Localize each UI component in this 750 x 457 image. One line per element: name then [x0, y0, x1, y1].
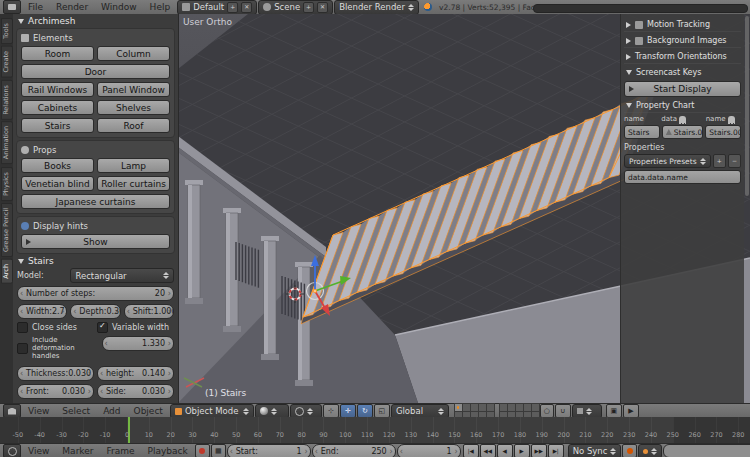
menu-help[interactable]: Help: [144, 2, 177, 12]
books-button[interactable]: Books: [21, 158, 94, 173]
section-transform-orientations[interactable]: Transform Orientations: [624, 50, 741, 64]
snap-magnet-button[interactable]: ∪: [555, 404, 571, 418]
tool-shelf-tab-relations[interactable]: Relations: [1, 80, 13, 120]
handle-factor-slider[interactable]: 1.330: [102, 336, 174, 351]
autokey-record-button[interactable]: [195, 444, 210, 457]
height-slider[interactable]: height:0.140: [97, 366, 174, 381]
keying-options-button[interactable]: ▦: [211, 444, 226, 457]
close-layout-button[interactable]: ✕: [241, 2, 252, 13]
sync-dropdown[interactable]: No Sync: [568, 444, 622, 457]
deformation-handles-checkbox[interactable]: Include deformation handles: [17, 336, 99, 360]
prev-keyframe-button[interactable]: ◀◀: [480, 444, 496, 457]
lamp-button[interactable]: Lamp: [97, 158, 170, 173]
keying-set-dropdown[interactable]: [638, 444, 662, 457]
timeline-canvas[interactable]: -50-40-30-20-100102030405060708090100110…: [0, 417, 750, 443]
tool-shelf-tab-grease-pencil[interactable]: Grease Pencil: [1, 203, 13, 257]
play-reverse-button[interactable]: ◀: [497, 444, 513, 457]
menu-window[interactable]: Window: [95, 2, 143, 12]
chart-name-field[interactable]: Stairs: [624, 125, 660, 139]
panel-header-stairs[interactable]: Stairs: [16, 256, 175, 266]
depth-slider[interactable]: Depth:0.300: [70, 304, 120, 319]
menu-add[interactable]: Add: [97, 406, 126, 416]
cabinets-button[interactable]: Cabinets: [21, 100, 94, 115]
menu-file[interactable]: File: [22, 2, 49, 12]
chart-data-field[interactable]: Stairs.002: [662, 125, 703, 139]
room-button[interactable]: Room: [21, 46, 94, 61]
render-engine-dropdown[interactable]: Blender Render: [334, 0, 419, 15]
record-button[interactable]: [622, 444, 637, 457]
column-button[interactable]: Column: [97, 46, 170, 61]
front-slider[interactable]: Front:0.030: [17, 384, 94, 399]
next-keyframe-button[interactable]: ▶▶: [531, 444, 547, 457]
editor-type-3dview-button[interactable]: [3, 404, 21, 418]
section-motion-tracking[interactable]: Motion Tracking: [624, 18, 741, 32]
close-scene-button[interactable]: ✕: [317, 2, 328, 13]
preset-remove-button[interactable]: −: [728, 154, 741, 168]
properties-presets-dropdown[interactable]: Properties Presets: [624, 154, 711, 168]
japanese-curtains-button[interactable]: Japanese curtains: [21, 194, 170, 209]
add-layout-button[interactable]: +: [227, 2, 238, 13]
stairs-button[interactable]: Stairs: [21, 118, 94, 133]
panel-header-archimesh[interactable]: Archimesh: [16, 16, 175, 26]
add-scene-button[interactable]: +: [303, 2, 314, 13]
panel-window-button[interactable]: Panel Window: [97, 82, 170, 97]
menu-object[interactable]: Object: [128, 406, 169, 416]
shelves-button[interactable]: Shelves: [97, 100, 170, 115]
info-scrollbar[interactable]: [533, 4, 748, 13]
scale-manipulator-button[interactable]: ◱: [374, 404, 390, 418]
show-hints-button[interactable]: Show: [21, 234, 170, 249]
tool-shelf-tab-animation[interactable]: Animation: [1, 121, 13, 164]
render-opengl-button[interactable]: ▣: [606, 404, 622, 418]
section-background-images[interactable]: Background Images: [624, 34, 741, 48]
shift-slider[interactable]: Shift:1.000: [124, 304, 174, 319]
ghost-icon[interactable]: [679, 116, 686, 123]
frame-start-field[interactable]: Start:1: [227, 444, 311, 457]
roof-button[interactable]: Roof: [97, 118, 170, 133]
region-scrollbar[interactable]: [745, 16, 749, 196]
side-slider[interactable]: Side:0.030: [97, 384, 174, 399]
jump-to-end-button[interactable]: ▶|: [548, 444, 564, 457]
menu-tl-playback[interactable]: Playback: [142, 446, 194, 456]
door-button[interactable]: Door: [21, 64, 170, 79]
menu-select[interactable]: Select: [56, 406, 96, 416]
menu-tl-frame[interactable]: Frame: [100, 446, 140, 456]
screen-layout-selector[interactable]: Default + ✕: [177, 0, 257, 15]
rotate-manipulator-button[interactable]: ↻: [357, 404, 373, 418]
preset-add-button[interactable]: +: [713, 154, 726, 168]
menu-render[interactable]: Render: [50, 2, 94, 12]
scene-selector[interactable]: Scene + ✕: [258, 0, 333, 15]
tool-shelf-tab-physics[interactable]: Physics: [1, 167, 13, 201]
jump-to-start-button[interactable]: |◀: [463, 444, 479, 457]
section-property-chart[interactable]: Property Chart: [624, 99, 741, 113]
menu-tl-marker[interactable]: Marker: [56, 446, 99, 456]
render-opengl-anim-button[interactable]: ▶: [623, 404, 639, 418]
editor-type-info-button[interactable]: [3, 0, 21, 14]
rail-windows-button[interactable]: Rail Windows: [21, 82, 94, 97]
timeline-playhead[interactable]: [128, 417, 130, 443]
width-slider[interactable]: Width:2.710: [17, 304, 67, 319]
start-display-button[interactable]: Start Display: [624, 81, 741, 97]
manipulator-toggle-button[interactable]: ⊹: [323, 404, 339, 418]
model-dropdown[interactable]: Rectangular: [70, 268, 174, 283]
tool-shelf-tab-create[interactable]: Create: [1, 46, 13, 78]
venetian-blind-button[interactable]: Venetian blind: [21, 176, 94, 191]
data-path-field[interactable]: data.data.name: [624, 170, 741, 184]
current-frame-field[interactable]: 1: [397, 444, 461, 457]
tool-shelf-tab-tools[interactable]: Tools: [1, 18, 13, 44]
roller-curtains-button[interactable]: Roller curtains: [97, 176, 170, 191]
play-button[interactable]: ▶: [514, 444, 530, 457]
close-sides-checkbox[interactable]: Close sides: [17, 322, 94, 333]
menu-view[interactable]: View: [22, 406, 55, 416]
keying-set-field[interactable]: [663, 444, 750, 457]
lock-to-scene-button[interactable]: ○: [540, 404, 554, 418]
menu-tl-view[interactable]: View: [22, 446, 55, 456]
section-screencast-keys[interactable]: Screencast Keys: [624, 66, 741, 79]
variable-width-checkbox[interactable]: Variable width: [97, 322, 174, 333]
frame-end-field[interactable]: End:250: [312, 444, 396, 457]
viewport-3d[interactable]: User Ortho (1) Stairs Motion Tracking Ba…: [178, 14, 750, 403]
ghost-icon[interactable]: [728, 116, 735, 123]
number-of-steps-slider[interactable]: Number of steps:20: [17, 286, 174, 301]
editor-type-timeline-button[interactable]: [3, 444, 21, 457]
translate-manipulator-button[interactable]: ✛: [340, 404, 356, 418]
tool-shelf-tab-arch[interactable]: Arch: [1, 259, 13, 284]
